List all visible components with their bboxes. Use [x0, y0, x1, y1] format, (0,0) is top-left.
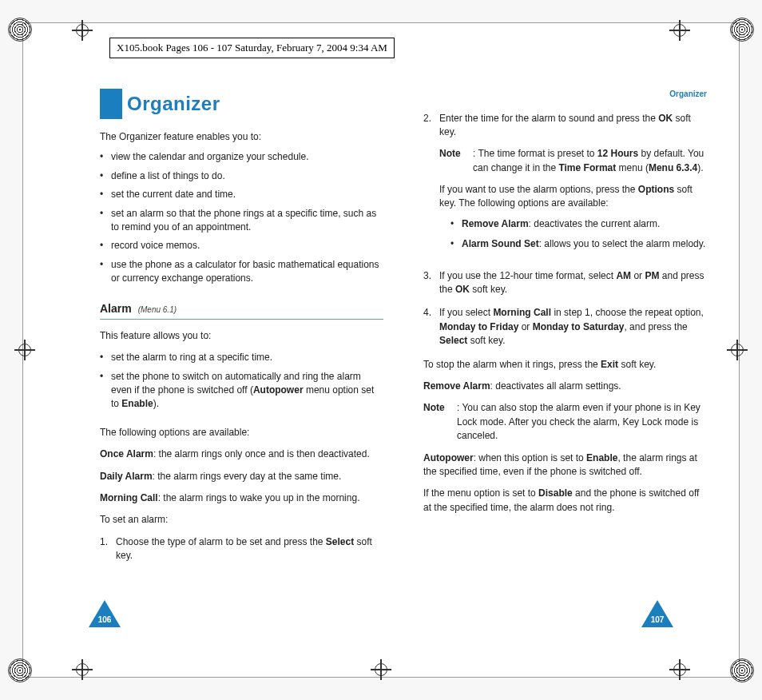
- list-item: •view the calendar and organize your sch…: [100, 150, 383, 164]
- crop-mark-icon: [72, 20, 93, 41]
- list-item: •set the current date and time.: [100, 188, 383, 201]
- list-item: •Alarm Sound Set: allows you to select t…: [450, 237, 707, 251]
- sub-option-list: •Remove Alarm: deactivates the current a…: [450, 217, 707, 252]
- registration-mark-icon: [8, 658, 32, 682]
- alarm-intro: This feature allows you to:: [100, 329, 383, 343]
- list-item: •set the alarm to ring at a specific tim…: [100, 351, 383, 364]
- step-4: 4. If you select Morning Call in step 1,…: [423, 306, 707, 348]
- step-1: 1. Choose the type of alarm to be set an…: [100, 535, 383, 563]
- step-list-right: 2. Enter the time for the alarm to sound…: [423, 112, 707, 348]
- step-3: 3. If you use the 12-hour time format, s…: [423, 269, 707, 297]
- list-item: •use the phone as a calculator for basic…: [100, 258, 383, 286]
- section-menu-ref: (Menu 6.1): [138, 304, 177, 316]
- registration-mark-icon: [8, 18, 32, 42]
- list-item: •record voice memos.: [100, 239, 383, 253]
- left-column: Organizer The Organizer feature enables …: [100, 89, 383, 573]
- framemaker-header: X105.book Pages 106 - 107 Saturday, Febr…: [109, 38, 395, 58]
- running-head: Organizer: [423, 89, 707, 101]
- intro-text: The Organizer feature enables you to:: [100, 130, 383, 144]
- chapter-title: Organizer: [127, 90, 220, 118]
- list-item: •set an alarm so that the phone rings at…: [100, 207, 383, 235]
- option-morning: Morning Call: the alarm rings to wake yo…: [100, 491, 383, 505]
- alarm-bullet-list: •set the alarm to ring at a specific tim…: [100, 351, 383, 412]
- feature-list: •view the calendar and organize your sch…: [100, 150, 383, 285]
- crop-mark-icon: [371, 659, 391, 680]
- disable-desc: If the menu option is set to Disable and…: [423, 487, 707, 515]
- remove-alarm: Remove Alarm: deactivates all alarm sett…: [423, 380, 707, 393]
- list-item: •define a list of things to do.: [100, 169, 383, 183]
- registration-mark-icon: [730, 18, 754, 42]
- page-content: Organizer The Organizer feature enables …: [100, 89, 707, 573]
- crop-mark-icon: [669, 659, 690, 680]
- stop-alarm: To stop the alarm when it rings, press t…: [423, 358, 707, 372]
- set-alarm-intro: To set an alarm:: [100, 513, 383, 527]
- section-heading: Alarm (Menu 6.1): [100, 300, 383, 320]
- step-list-left: 1. Choose the type of alarm to be set an…: [100, 535, 383, 563]
- note-time-format: Note : The time format is preset to 12 H…: [439, 147, 707, 175]
- title-accent-bar: [100, 89, 122, 119]
- chapter-title-row: Organizer: [100, 89, 383, 119]
- section-title: Alarm: [100, 300, 132, 316]
- step-2: 2. Enter the time for the alarm to sound…: [423, 112, 707, 260]
- registration-mark-icon: [730, 658, 754, 682]
- options-intro: The following options are available:: [100, 426, 383, 439]
- list-item: •set the phone to switch on automaticall…: [100, 370, 383, 412]
- crop-mark-icon: [727, 340, 748, 360]
- page-frame: X105.book Pages 106 - 107 Saturday, Febr…: [22, 22, 740, 678]
- page-number-right: 107: [641, 615, 673, 624]
- right-column: Organizer 2. Enter the time for the alar…: [423, 89, 707, 573]
- option-daily: Daily Alarm: the alarm rings every day a…: [100, 470, 383, 483]
- note-keylock: Note : You can also stop the alarm even …: [423, 401, 707, 443]
- autopower-desc: Autopower: when this option is set to En…: [423, 451, 707, 479]
- crop-mark-icon: [669, 20, 690, 41]
- page-number-left: 106: [89, 615, 121, 624]
- list-item: •Remove Alarm: deactivates the current a…: [450, 217, 707, 231]
- option-once: Once Alarm: the alarm rings only once an…: [100, 447, 383, 461]
- crop-mark-icon: [72, 659, 93, 680]
- crop-mark-icon: [14, 340, 35, 360]
